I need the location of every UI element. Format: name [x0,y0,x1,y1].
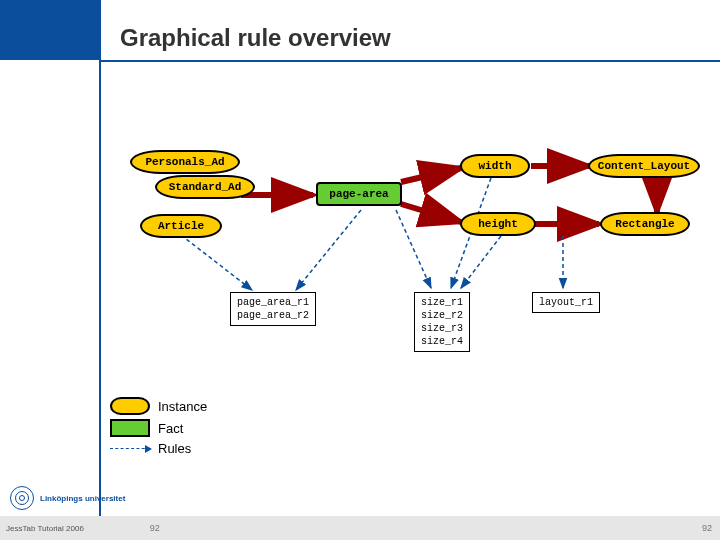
legend-arrow-icon [110,448,150,449]
label: Rectangle [615,218,674,230]
rule-line: size_r2 [421,309,463,322]
legend-rect-icon [110,419,150,437]
label: width [478,160,511,172]
label: Article [158,220,204,232]
label: Standard_Ad [169,181,242,193]
node-height: height [460,212,536,236]
legend: Instance Fact Rules [110,393,207,460]
label: height [478,218,518,230]
slide: Graphical rule overview [0,0,720,540]
slide-title: Graphical rule overview [120,24,391,52]
rule-line: size_r4 [421,335,463,348]
rule-line: size_r1 [421,296,463,309]
footer-left: JessTab Tutorial 2006 [6,524,84,533]
svg-line-1 [401,168,461,182]
rule-line: size_r3 [421,322,463,335]
node-personals-ad: Personals_Ad [130,150,240,174]
svg-line-6 [296,210,361,290]
rules-layout: layout_r1 [532,292,600,313]
svg-line-5 [181,235,252,290]
label: page-area [329,188,388,200]
legend-label: Rules [158,441,191,456]
footer-page-left: 92 [150,523,160,533]
rules-page-area: page_area_r1 page_area_r2 [230,292,316,326]
title-band: Graphical rule overview [100,60,720,62]
rule-line: layout_r1 [539,296,593,309]
legend-instance: Instance [110,397,207,415]
blue-sidebar [0,0,100,540]
legend-rules: Rules [110,441,207,456]
university-mark: Linköpings universitet [10,486,125,510]
node-standard-ad: Standard_Ad [155,175,255,199]
node-width: width [460,154,530,178]
rule-line: page_area_r1 [237,296,309,309]
svg-line-7 [396,210,431,288]
rules-size: size_r1 size_r2 size_r3 size_r4 [414,292,470,352]
diagram-canvas: Personals_Ad Standard_Ad Article width h… [100,120,702,440]
footer-page-right: 92 [702,523,712,533]
node-page-area: page-area [316,182,402,206]
university-label: Linköpings universitet [40,494,125,503]
node-content-layout: Content_Layout [588,154,700,178]
legend-oval-icon [110,397,150,415]
node-article: Article [140,214,222,238]
node-rectangle: Rectangle [600,212,690,236]
svg-line-2 [401,204,461,222]
label: Content_Layout [598,160,690,172]
seal-icon [10,486,34,510]
legend-label: Fact [158,421,183,436]
legend-fact: Fact [110,419,207,437]
label: Personals_Ad [145,156,224,168]
legend-label: Instance [158,399,207,414]
svg-line-9 [461,236,501,288]
rule-line: page_area_r2 [237,309,309,322]
footer: JessTab Tutorial 2006 92 92 [0,516,720,540]
